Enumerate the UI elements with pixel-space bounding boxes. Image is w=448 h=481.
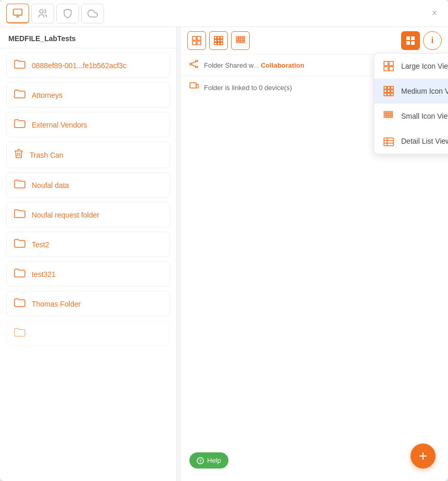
svg-rect-27 [236, 41, 238, 43]
svg-rect-10 [214, 36, 217, 39]
svg-rect-46 [384, 86, 387, 89]
svg-rect-52 [384, 93, 387, 96]
help-label: Help [207, 457, 221, 464]
svg-rect-59 [384, 114, 386, 116]
svg-rect-19 [236, 36, 238, 38]
svg-rect-43 [389, 61, 393, 66]
folder-name-noufal-request: Noufal request folder [32, 211, 99, 219]
tab-shield[interactable] [56, 4, 79, 23]
svg-rect-15 [221, 40, 223, 42]
folder-item-partial[interactable] [6, 321, 170, 346]
svg-rect-12 [221, 36, 223, 39]
sidebar-header: MEDFILE_LabTests [0, 27, 176, 48]
folder-name-external-vendors: External Vendors [32, 121, 87, 129]
share-icon [189, 60, 199, 70]
folder-icon-2 [14, 89, 25, 101]
svg-rect-0 [14, 9, 22, 16]
dropdown-menu: Large Icon View [374, 53, 448, 154]
svg-rect-34 [411, 41, 415, 45]
svg-rect-17 [217, 43, 220, 45]
svg-rect-24 [239, 39, 240, 41]
svg-point-37 [189, 63, 191, 65]
svg-rect-64 [387, 116, 388, 118]
app-window: × MEDFILE_LabTests 0888ef89-001...fe1b56… [0, 0, 448, 481]
medium-icon-view-icon [382, 85, 395, 97]
svg-rect-48 [391, 86, 393, 89]
info-button[interactable]: i [423, 31, 442, 50]
folder-name-1: 0888ef89-001...fe1b562acf3c [32, 61, 126, 70]
svg-rect-60 [387, 114, 388, 116]
folder-item-thomas[interactable]: Thomas Folder [6, 291, 170, 317]
dropdown-item-small-icon[interactable]: Small Icon View [374, 104, 448, 129]
dropdown-label-small-icon: Small Icon View [401, 112, 448, 120]
svg-point-36 [196, 66, 198, 68]
svg-rect-53 [388, 93, 390, 96]
tab-users[interactable] [31, 4, 54, 23]
toolbar-btn-small-grid[interactable] [231, 31, 250, 50]
folder-item-test2[interactable]: Test2 [6, 232, 170, 257]
help-button[interactable]: ? Help [189, 452, 228, 469]
folder-name-trash-can: Trash Can [30, 151, 63, 159]
dropdown-label-medium-icon: Medium Icon View [401, 87, 448, 95]
toolbar-btn-medium-grid[interactable] [209, 31, 228, 50]
svg-rect-41 [196, 84, 198, 88]
svg-line-39 [191, 65, 196, 67]
folder-icon-3 [14, 119, 25, 131]
dropdown-overlay: Large Icon View [374, 53, 448, 154]
svg-rect-13 [214, 40, 217, 42]
tab-desktop[interactable] [6, 4, 29, 23]
svg-rect-61 [389, 114, 390, 116]
svg-rect-23 [236, 39, 238, 41]
folder-item-1[interactable]: 0888ef89-001...fe1b562acf3c [6, 53, 170, 78]
large-icon-view-icon [382, 60, 395, 72]
svg-rect-40 [190, 83, 196, 88]
svg-rect-6 [193, 36, 196, 40]
svg-rect-65 [389, 116, 390, 118]
help-icon: ? [197, 457, 204, 464]
tab-cloud[interactable] [81, 4, 104, 23]
svg-rect-33 [406, 41, 410, 45]
svg-point-35 [196, 60, 198, 62]
folder-item-external-vendors[interactable]: External Vendors [6, 112, 170, 137]
folder-icon-1 [14, 59, 25, 71]
detail-list-view-icon [382, 135, 395, 147]
folder-icon-9 [14, 298, 25, 310]
svg-rect-58 [391, 111, 393, 113]
device-text: Folder is linked to 0 device(s) [204, 84, 292, 92]
folder-icon-7 [14, 238, 25, 250]
folder-item-noufal-request[interactable]: Noufal request folder [6, 202, 170, 227]
svg-rect-63 [384, 116, 386, 118]
folder-item-trash-can[interactable]: Trash Can [6, 142, 170, 168]
dropdown-item-medium-icon[interactable]: Medium Icon View [374, 79, 448, 104]
folder-item-test321[interactable]: test321 [6, 261, 170, 287]
right-panel: i Folder Shared w... Collaboration [181, 27, 448, 481]
svg-point-3 [40, 9, 43, 13]
trash-icon [14, 148, 23, 161]
folder-icon-5 [14, 179, 25, 191]
folder-item-attorneys[interactable]: Attorneys [6, 82, 170, 108]
title-bar: × [0, 0, 448, 27]
svg-rect-32 [411, 36, 415, 40]
share-text: Folder Shared w... Collaboration [204, 61, 304, 69]
svg-rect-26 [244, 39, 245, 41]
svg-rect-21 [241, 36, 242, 38]
svg-rect-50 [388, 90, 390, 93]
toolbar-btn-active-grid[interactable] [401, 31, 420, 50]
panel-toolbar: i [181, 27, 448, 55]
dropdown-item-detail-list[interactable]: Detail List View [374, 129, 448, 154]
close-button[interactable]: × [427, 6, 442, 21]
svg-rect-55 [384, 111, 386, 113]
svg-rect-22 [244, 36, 245, 38]
dropdown-label-large-icon: Large Icon View [401, 62, 448, 70]
dropdown-item-large-icon[interactable]: Large Icon View [374, 54, 448, 79]
folder-item-noufal-data[interactable]: Noufal data [6, 172, 170, 198]
fab-add-button[interactable]: + [411, 444, 436, 469]
svg-rect-20 [239, 36, 240, 38]
toolbar-btn-large-grid[interactable] [187, 31, 206, 50]
svg-text:?: ? [199, 459, 202, 464]
svg-rect-9 [197, 41, 201, 45]
folder-icon-6 [14, 209, 25, 221]
svg-rect-7 [197, 36, 201, 40]
sidebar-divider [177, 27, 181, 481]
sidebar: MEDFILE_LabTests 0888ef89-001...fe1b562a… [0, 27, 177, 481]
